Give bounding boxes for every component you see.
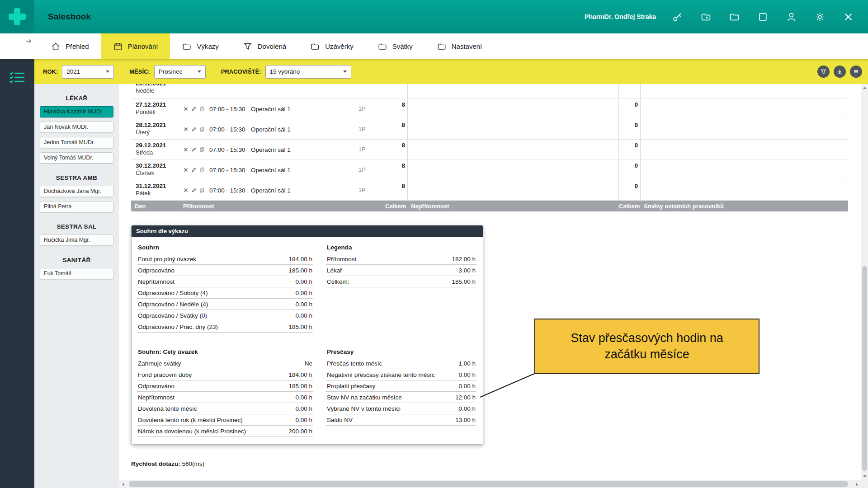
menu-button[interactable]	[850, 66, 862, 78]
shift-time: 07:00 - 15:30	[209, 119, 251, 139]
edit-shift-icon[interactable]	[191, 188, 197, 193]
scroll-up-button[interactable]	[861, 84, 868, 91]
month-select[interactable]: Prosinec	[154, 65, 206, 79]
summary-row: Dovolená tento rok (k měsíci Prosinec)0.…	[137, 414, 313, 426]
year-select[interactable]: 2021	[62, 65, 114, 79]
app-window: Salesbook PharmDr. Ondřej Straka	[0, 0, 868, 488]
table-row: 28.12.2021 Úterý 07:00 - 15:30 Operační …	[131, 119, 848, 140]
summary-row: Fond pracovní doby184.00 h	[137, 369, 313, 380]
date-cell: 30.12.2021 Čtvrtek	[131, 160, 183, 180]
summary-section-legenda: Legenda Přítomnost182.00 h Lékař3.00 h C…	[326, 241, 476, 333]
employee-item[interactable]: Jedno Tomáš MUDr.	[40, 137, 113, 148]
horizontal-scrollbar[interactable]	[119, 480, 861, 488]
remove-shift-icon[interactable]	[183, 167, 189, 173]
other-shifts-cell	[641, 99, 848, 119]
shift-actions	[183, 160, 209, 180]
summary-panel: Souhrn dle výkazu Souhrn Fond pro plný ú…	[131, 225, 483, 445]
close-icon[interactable]	[843, 12, 854, 22]
employee-item[interactable]: Ručička Jirka Mgr.	[40, 235, 113, 246]
remove-shift-icon[interactable]	[183, 106, 189, 112]
copy-shift-icon[interactable]	[199, 147, 205, 152]
employee-item[interactable]: Docházková Jana Mgr.	[40, 186, 113, 197]
tab-vykazy[interactable]: Výkazy	[170, 33, 231, 59]
employee-item[interactable]: Volný Tomáš MUDr.	[40, 152, 113, 164]
main-content: 26.12.2021 Neděle 27.12.2021 Pondělí	[119, 84, 861, 480]
table-row: 31.12.2021 Pátek 07:00 - 15:30 Operační …	[131, 180, 848, 201]
remove-shift-icon[interactable]	[183, 188, 189, 193]
group-title-lekar: LÉKAŘ	[40, 95, 113, 102]
shift-time: 07:00 - 15:30	[209, 99, 251, 119]
table-row-partial: 26.12.2021 Neděle	[131, 84, 848, 99]
tab-nastaveni[interactable]: Nastavení	[425, 33, 495, 59]
col-header-pritomnost: Přítomnost	[183, 203, 385, 210]
folder-plus-icon[interactable]	[701, 12, 711, 22]
employee-item-selected[interactable]: Hlavička Kazimír MUDr.	[40, 106, 113, 117]
month-value: Prosinec	[159, 68, 183, 75]
settings-gear-icon[interactable]	[815, 12, 825, 22]
summary-row: Nepřítomnost0.00 h	[137, 276, 313, 287]
vertical-scroll-thumb[interactable]	[862, 266, 867, 471]
edit-shift-icon[interactable]	[191, 147, 197, 152]
vertical-scrollbar[interactable]	[861, 84, 868, 480]
employee-item[interactable]: Pilná Petra	[40, 201, 113, 212]
folder-icon[interactable]	[729, 12, 740, 22]
present-total: 8	[385, 160, 408, 180]
edit-shift-icon[interactable]	[191, 167, 197, 173]
chevron-down-icon	[343, 70, 347, 73]
day-value: Pátek	[136, 190, 183, 197]
tab-dovolena[interactable]: Dovolená	[231, 33, 298, 59]
key-icon[interactable]	[672, 12, 683, 22]
month-label: MĚSÍC:	[129, 68, 150, 75]
group-title-sestra-amb: SESTRA AMB	[40, 174, 113, 181]
app-logo	[0, 0, 34, 33]
shift-place: Operační sál 1	[251, 180, 359, 200]
shift-tag: 1P	[359, 140, 385, 160]
summary-row: Odpracováno / Neděle (4)0.00 h	[137, 299, 313, 310]
filter-button[interactable]	[817, 66, 830, 78]
scroll-right-button[interactable]	[853, 480, 861, 488]
edit-shift-icon[interactable]	[191, 127, 197, 132]
topbar: Salesbook PharmDr. Ondřej Straka	[0, 0, 868, 33]
tab-planovani[interactable]: Plánování	[101, 33, 170, 59]
summary-row: Odpracováno185.00 h	[137, 380, 313, 392]
workplace-value: 15 vybráno	[270, 68, 300, 75]
scroll-left-button[interactable]	[119, 480, 127, 488]
present-total: 8	[385, 119, 408, 139]
copy-shift-icon[interactable]	[199, 167, 205, 173]
employee-item[interactable]: Jan Novák MUDr.	[40, 122, 113, 133]
employee-item[interactable]: Fuk Tomáš	[40, 268, 113, 279]
summary-row: Odpracováno / Svátky (0)0.00 h	[137, 310, 313, 321]
horizontal-scroll-thumb[interactable]	[129, 481, 848, 487]
callout-annotation: Stav přesčasových hodin na začátku měsíc…	[534, 319, 760, 374]
task-list-icon[interactable]	[9, 71, 25, 85]
summary-row: Dovolená tento měsíc0.00 h	[137, 403, 313, 414]
folder-icon	[378, 42, 387, 51]
tab-svatky[interactable]: Svátky	[366, 33, 425, 59]
topbar-actions: PharmDr. Ondřej Straka	[585, 12, 868, 22]
app-title: Salesbook	[48, 12, 91, 22]
summary-row: Odpracováno185.00 h	[137, 265, 313, 276]
user-icon[interactable]	[786, 12, 797, 22]
shift-tag: 1P	[359, 119, 385, 139]
workplace-select[interactable]: 15 vybráno	[265, 65, 351, 79]
summary-row: Vybrané NV v tomto měsíci0.00 h	[326, 403, 476, 414]
workplace-label: PRACOVIŠTĚ:	[221, 68, 261, 75]
stop-square-icon[interactable]	[758, 12, 768, 22]
export-button[interactable]	[834, 66, 846, 78]
absent-total: 0	[618, 140, 641, 160]
remove-shift-icon[interactable]	[183, 147, 189, 152]
copy-shift-icon[interactable]	[199, 188, 205, 193]
forward-arrow-icon[interactable]	[25, 38, 32, 46]
left-rail	[0, 59, 34, 488]
tab-uzaverky[interactable]: Uzávěrky	[298, 33, 366, 59]
absent-total: 0	[618, 160, 641, 180]
absent-total: 0	[618, 99, 641, 119]
tab-prehled[interactable]: Přehled	[39, 33, 101, 59]
shift-actions	[183, 180, 209, 200]
remove-shift-icon[interactable]	[183, 127, 189, 132]
copy-shift-icon[interactable]	[199, 106, 205, 112]
scroll-down-button[interactable]	[861, 473, 868, 480]
copy-shift-icon[interactable]	[199, 127, 205, 132]
edit-shift-icon[interactable]	[191, 106, 197, 112]
shift-actions	[183, 119, 209, 139]
